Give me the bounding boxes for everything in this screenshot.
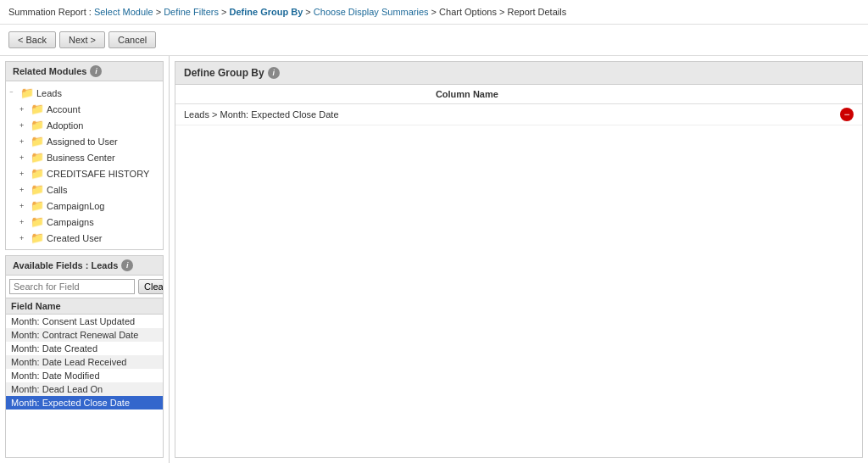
tree-label-calls: Calls: [47, 185, 67, 195]
related-modules-label: Related Modules: [13, 66, 86, 76]
tree-item-assigned-to-user[interactable]: + 📁 Assigned to User: [6, 133, 163, 149]
folder-icon-created-user: 📁: [31, 231, 44, 244]
folder-icon-account: 📁: [31, 103, 44, 115]
tree-item-business-center[interactable]: + 📁 Business Center: [6, 149, 163, 165]
field-list: Month: Consent Last Updated Month: Contr…: [6, 315, 163, 457]
available-fields-section: Available Fields : Leads i Clear Field N…: [5, 255, 164, 458]
tree-item-calls[interactable]: + 📁 Calls: [6, 181, 163, 198]
tree-label-assigned-to-user: Assigned to User: [47, 136, 118, 147]
available-fields-info-icon[interactable]: i: [121, 259, 133, 271]
tree-label-adoption: Adoption: [47, 120, 83, 131]
main-layout: Related Modules i ⁻ 📁 Leads + 📁 Account …: [0, 56, 868, 463]
expand-icon-adoption: +: [19, 121, 28, 130]
expand-icon-assigned-to-user: +: [19, 137, 28, 146]
folder-icon-leads: 📁: [20, 86, 34, 99]
expand-icon-calls: +: [19, 186, 28, 194]
define-group-info-icon[interactable]: i: [268, 67, 280, 79]
cancel-button[interactable]: Cancel: [108, 31, 156, 48]
column-action-header: [759, 85, 862, 104]
column-name-header: Column Name: [175, 85, 759, 104]
right-panel: Define Group By i Column Name Leads > Mo…: [170, 56, 868, 463]
clear-button[interactable]: Clear: [138, 279, 164, 294]
breadcrumb-define-group-by[interactable]: Define Group By: [229, 7, 303, 17]
tree-item-campaignlog[interactable]: + 📁 CampaignLog: [6, 198, 163, 214]
expand-icon-creditsafe: +: [19, 170, 28, 178]
folder-icon-business-center: 📁: [31, 151, 44, 164]
field-item-date-modified[interactable]: Month: Date Modified: [6, 369, 163, 382]
toolbar: < Back Next > Cancel: [0, 25, 868, 56]
tree-item-creditsafe[interactable]: + 📁 CREDITSAFE HISTORY: [6, 165, 163, 181]
define-group-box: Define Group By i Column Name Leads > Mo…: [175, 61, 863, 458]
related-modules-info-icon[interactable]: i: [90, 65, 102, 77]
related-modules-header: Related Modules i: [6, 62, 163, 81]
group-table: Column Name Leads > Month: Expected Clos…: [175, 85, 862, 125]
remove-row-button[interactable]: −: [840, 108, 854, 121]
tree-label-creditsafe: CREDITSAFE HISTORY: [47, 169, 149, 179]
next-button[interactable]: Next >: [59, 31, 105, 48]
expand-icon-campaigns: +: [19, 218, 28, 226]
define-group-header: Define Group By i: [175, 62, 862, 85]
table-row: Leads > Month: Expected Close Date −: [175, 104, 862, 125]
tree-item-adoption[interactable]: + 📁 Adoption: [6, 117, 163, 133]
field-list-header: Field Name: [6, 298, 163, 315]
field-item-consent-last-updated[interactable]: Month: Consent Last Updated: [6, 315, 163, 328]
expand-icon-leads: ⁻: [9, 89, 18, 98]
tree-item-campaigns[interactable]: + 📁 Campaigns: [6, 214, 163, 230]
field-item-contract-renewal-date[interactable]: Month: Contract Renewal Date: [6, 328, 163, 342]
tree-label-campaigns: Campaigns: [47, 217, 94, 227]
tree-item-leads[interactable]: ⁻ 📁 Leads: [6, 85, 163, 101]
field-item-dead-lead-on[interactable]: Month: Dead Lead On: [6, 382, 163, 396]
breadcrumb-choose-display-summaries[interactable]: Choose Display Summaries: [314, 7, 429, 17]
tree-label-leads: Leads: [36, 88, 62, 98]
breadcrumb-select-module[interactable]: Select Module: [94, 7, 153, 17]
search-bar: Clear: [6, 276, 163, 298]
left-panel: Related Modules i ⁻ 📁 Leads + 📁 Account …: [0, 56, 170, 463]
expand-icon-created-user: +: [19, 234, 28, 242]
tree-label-business-center: Business Center: [47, 153, 115, 163]
group-row-actions: −: [759, 104, 862, 125]
define-group-label: Define Group By: [184, 67, 264, 79]
field-item-date-created[interactable]: Month: Date Created: [6, 342, 163, 355]
expand-icon-account: +: [19, 105, 28, 114]
tree-label-account: Account: [47, 104, 81, 114]
folder-icon-adoption: 📁: [31, 119, 44, 131]
back-button[interactable]: < Back: [8, 31, 56, 48]
group-table-body: Leads > Month: Expected Close Date −: [175, 104, 862, 125]
field-item-date-lead-received[interactable]: Month: Date Lead Received: [6, 355, 163, 369]
tree-item-account[interactable]: + 📁 Account: [6, 101, 163, 117]
search-input[interactable]: [9, 279, 135, 294]
breadcrumb: Summation Report : Select Module > Defin…: [0, 0, 868, 25]
breadcrumb-prefix: Summation Report :: [8, 7, 94, 17]
field-item-expected-close-date[interactable]: Month: Expected Close Date: [6, 396, 163, 410]
available-fields-label: Available Fields : Leads: [13, 260, 118, 270]
available-fields-header: Available Fields : Leads i: [6, 256, 163, 276]
tree-container: ⁻ 📁 Leads + 📁 Account + 📁 Adoption +: [6, 81, 163, 249]
folder-icon-calls: 📁: [31, 183, 44, 196]
tree-label-created-user: Created User: [47, 233, 102, 243]
expand-icon-business-center: +: [19, 153, 28, 162]
breadcrumb-define-filters[interactable]: Define Filters: [164, 7, 219, 17]
tree-label-campaignlog: CampaignLog: [47, 201, 105, 211]
folder-icon-creditsafe: 📁: [31, 167, 44, 180]
group-row-column-name: Leads > Month: Expected Close Date: [175, 104, 759, 125]
folder-icon-assigned-to-user: 📁: [31, 135, 44, 148]
folder-icon-campaignlog: 📁: [31, 199, 44, 212]
folder-icon-campaigns: 📁: [31, 215, 44, 228]
tree-item-created-user[interactable]: + 📁 Created User: [6, 230, 163, 246]
expand-icon-campaignlog: +: [19, 202, 28, 210]
related-modules-section: Related Modules i ⁻ 📁 Leads + 📁 Account …: [5, 61, 164, 250]
